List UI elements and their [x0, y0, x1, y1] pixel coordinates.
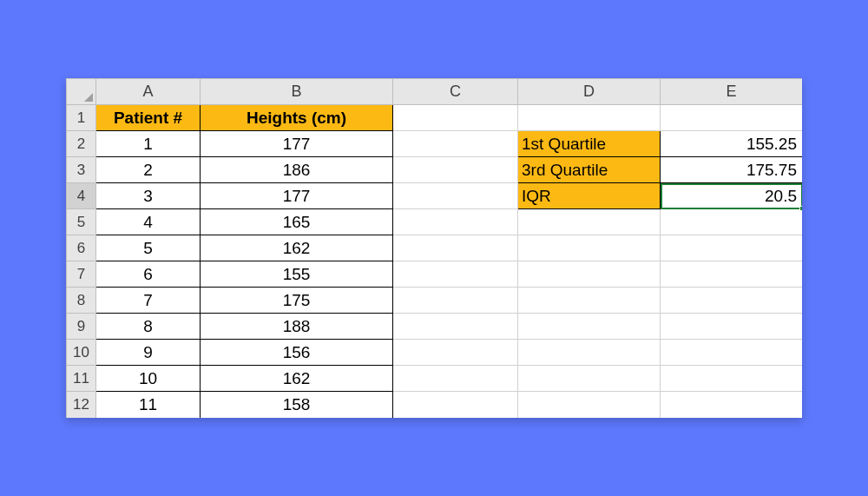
cell-E6[interactable] [661, 235, 803, 261]
cell-E5[interactable] [661, 209, 803, 235]
cell-B2[interactable]: 177 [201, 131, 393, 157]
cell-D3[interactable]: 3rd Quartile [518, 157, 661, 183]
cell-C9[interactable] [393, 314, 518, 340]
cell-A5[interactable]: 4 [96, 209, 201, 235]
cell-A2[interactable]: 1 [96, 131, 201, 157]
cell-E2[interactable]: 155.25 [661, 131, 803, 157]
cell-B12[interactable]: 158 [201, 392, 393, 419]
cell-B4[interactable]: 177 [201, 183, 393, 209]
cell-C11[interactable] [393, 366, 518, 392]
cell-A3[interactable]: 2 [96, 157, 201, 183]
cell-C4[interactable] [393, 183, 518, 209]
spreadsheet[interactable]: A B C D E 1 Patient # Heights (cm) 2 1 1… [66, 78, 802, 418]
cell-D1[interactable] [518, 105, 661, 131]
cell-A4[interactable]: 3 [96, 183, 201, 209]
cell-E3[interactable]: 175.75 [661, 157, 803, 183]
cell-D5[interactable] [518, 209, 661, 235]
cell-A1[interactable]: Patient # [96, 105, 201, 131]
row-header-1[interactable]: 1 [67, 105, 96, 131]
row-header-10[interactable]: 10 [67, 340, 96, 366]
cell-C5[interactable] [393, 209, 518, 235]
cell-E1[interactable] [661, 105, 803, 131]
cell-E10[interactable] [661, 340, 803, 366]
cell-E7[interactable] [661, 261, 803, 288]
cell-D8[interactable] [518, 288, 661, 314]
cell-E11[interactable] [661, 366, 803, 392]
cell-C2[interactable] [393, 131, 518, 157]
select-all-corner[interactable] [67, 79, 96, 105]
cell-D10[interactable] [518, 340, 661, 366]
cell-E8[interactable] [661, 288, 803, 314]
cell-A10[interactable]: 9 [96, 340, 201, 366]
cell-B7[interactable]: 155 [201, 261, 393, 288]
cell-A7[interactable]: 6 [96, 261, 201, 288]
cell-C7[interactable] [393, 261, 518, 288]
col-header-b[interactable]: B [201, 79, 393, 105]
cell-C6[interactable] [393, 235, 518, 261]
cell-A8[interactable]: 7 [96, 288, 201, 314]
row-header-9[interactable]: 9 [67, 314, 96, 340]
col-header-a[interactable]: A [96, 79, 201, 105]
cell-E4-value: 20.5 [765, 187, 797, 205]
cell-D2[interactable]: 1st Quartile [518, 131, 661, 157]
cell-E9[interactable] [661, 314, 803, 340]
cell-A12[interactable]: 11 [96, 392, 201, 419]
cell-D9[interactable] [518, 314, 661, 340]
cell-B5[interactable]: 165 [201, 209, 393, 235]
col-header-c[interactable]: C [393, 79, 518, 105]
row-header-3[interactable]: 3 [67, 157, 96, 183]
row-header-12[interactable]: 12 [67, 392, 96, 419]
col-header-e[interactable]: E [661, 79, 803, 105]
grid[interactable]: A B C D E 1 Patient # Heights (cm) 2 1 1… [66, 78, 802, 418]
col-header-d[interactable]: D [518, 79, 661, 105]
cell-E4[interactable]: 20.5 [661, 183, 803, 209]
cell-E12[interactable] [661, 392, 803, 419]
cell-D6[interactable] [518, 235, 661, 261]
row-header-5[interactable]: 5 [67, 209, 96, 235]
cell-B1[interactable]: Heights (cm) [201, 105, 393, 131]
row-header-11[interactable]: 11 [67, 366, 96, 392]
row-header-7[interactable]: 7 [67, 261, 96, 288]
fill-handle[interactable] [799, 206, 802, 211]
cell-C12[interactable] [393, 392, 518, 419]
cell-D12[interactable] [518, 392, 661, 419]
cell-C8[interactable] [393, 288, 518, 314]
cell-C1[interactable] [393, 105, 518, 131]
cell-A11[interactable]: 10 [96, 366, 201, 392]
cell-C3[interactable] [393, 157, 518, 183]
cell-D7[interactable] [518, 261, 661, 288]
cell-B9[interactable]: 188 [201, 314, 393, 340]
cell-D4[interactable]: IQR [518, 183, 661, 209]
cell-D11[interactable] [518, 366, 661, 392]
cell-B3[interactable]: 186 [201, 157, 393, 183]
select-all-icon [84, 93, 93, 102]
row-header-2[interactable]: 2 [67, 131, 96, 157]
cell-B8[interactable]: 175 [201, 288, 393, 314]
cell-C10[interactable] [393, 340, 518, 366]
cell-A6[interactable]: 5 [96, 235, 201, 261]
row-header-8[interactable]: 8 [67, 288, 96, 314]
cell-B10[interactable]: 156 [201, 340, 393, 366]
cell-A9[interactable]: 8 [96, 314, 201, 340]
row-header-4[interactable]: 4 [67, 183, 96, 209]
cell-B6[interactable]: 162 [201, 235, 393, 261]
cell-B11[interactable]: 162 [201, 366, 393, 392]
row-header-6[interactable]: 6 [67, 235, 96, 261]
